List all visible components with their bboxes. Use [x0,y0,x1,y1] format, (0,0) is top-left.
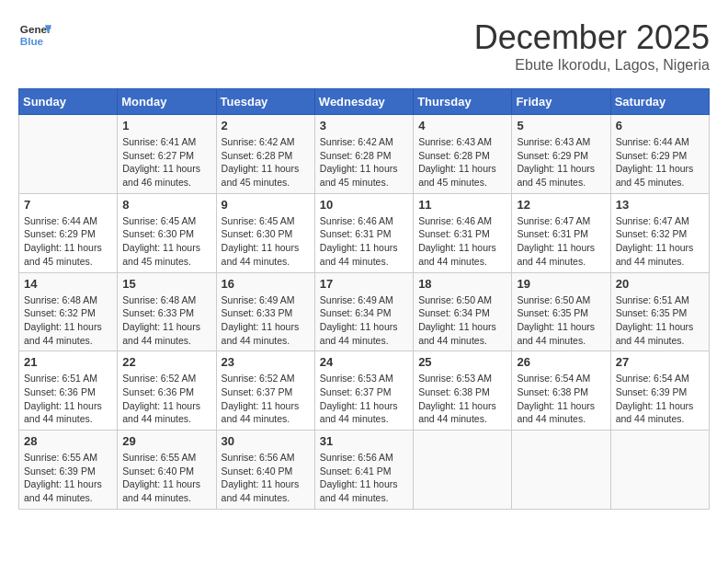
day-number: 11 [418,198,506,212]
day-cell: 9Sunrise: 6:45 AMSunset: 6:30 PMDaylight… [216,193,314,272]
logo: General Blue [18,18,51,52]
col-tuesday: Tuesday [216,89,314,115]
col-thursday: Thursday [414,89,512,115]
day-cell: 11Sunrise: 6:46 AMSunset: 6:31 PMDayligh… [414,193,512,272]
day-cell: 10Sunrise: 6:46 AMSunset: 6:31 PMDayligh… [314,193,413,272]
day-number: 6 [616,119,704,132]
col-monday: Monday [118,89,216,115]
day-number: 22 [122,355,210,369]
day-info: Sunrise: 6:43 AMSunset: 6:29 PMDaylight:… [517,135,605,190]
day-number: 25 [418,355,506,369]
calendar-title: December 2025 [474,18,710,57]
day-info: Sunrise: 6:42 AMSunset: 6:28 PMDaylight:… [222,135,310,190]
logo-icon: General Blue [18,18,51,52]
day-number: 31 [320,434,408,448]
calendar-body: 1Sunrise: 6:41 AMSunset: 6:27 PMDaylight… [19,115,710,510]
day-cell: 19Sunrise: 6:50 AMSunset: 6:35 PMDayligh… [512,272,610,351]
page-header: General Blue December 2025 Ebute Ikorodu… [18,18,710,74]
day-cell: 21Sunrise: 6:51 AMSunset: 6:36 PMDayligh… [19,351,118,431]
day-info: Sunrise: 6:43 AMSunset: 6:28 PMDaylight:… [418,135,506,190]
day-cell: 8Sunrise: 6:45 AMSunset: 6:30 PMDaylight… [118,193,216,272]
day-info: Sunrise: 6:54 AMSunset: 6:38 PMDaylight:… [517,372,605,426]
day-number: 14 [24,277,112,291]
day-info: Sunrise: 6:45 AMSunset: 6:30 PMDaylight:… [122,214,210,269]
day-info: Sunrise: 6:41 AMSunset: 6:27 PMDaylight:… [122,135,210,190]
day-cell: 2Sunrise: 6:42 AMSunset: 6:28 PMDaylight… [216,115,314,194]
calendar-header: Sunday Monday Tuesday Wednesday Thursday… [19,89,710,115]
day-cell: 25Sunrise: 6:53 AMSunset: 6:38 PMDayligh… [414,351,512,431]
day-number: 23 [222,355,310,369]
col-friday: Friday [512,89,610,115]
week-row-4: 28Sunrise: 6:55 AMSunset: 6:39 PMDayligh… [19,431,710,510]
day-info: Sunrise: 6:51 AMSunset: 6:35 PMDaylight:… [616,293,704,348]
col-saturday: Saturday [610,89,709,115]
day-cell: 24Sunrise: 6:53 AMSunset: 6:37 PMDayligh… [314,351,413,431]
day-info: Sunrise: 6:50 AMSunset: 6:35 PMDaylight:… [517,293,605,348]
day-number: 26 [517,355,605,369]
day-info: Sunrise: 6:48 AMSunset: 6:33 PMDaylight:… [122,293,210,348]
week-row-3: 21Sunrise: 6:51 AMSunset: 6:36 PMDayligh… [19,351,710,431]
calendar-subtitle: Ebute Ikorodu, Lagos, Nigeria [474,57,710,74]
day-cell: 23Sunrise: 6:52 AMSunset: 6:37 PMDayligh… [216,351,314,431]
header-row: Sunday Monday Tuesday Wednesday Thursday… [19,89,710,115]
day-cell: 18Sunrise: 6:50 AMSunset: 6:34 PMDayligh… [414,272,512,351]
day-number: 10 [320,198,408,212]
week-row-0: 1Sunrise: 6:41 AMSunset: 6:27 PMDaylight… [19,115,710,194]
day-cell [610,431,709,510]
day-number: 21 [24,355,112,369]
day-cell: 3Sunrise: 6:42 AMSunset: 6:28 PMDaylight… [314,115,413,194]
day-number: 19 [517,277,605,291]
day-number: 16 [222,277,310,291]
day-info: Sunrise: 6:52 AMSunset: 6:37 PMDaylight:… [222,372,310,426]
col-wednesday: Wednesday [314,89,413,115]
day-number: 27 [616,355,704,369]
day-cell: 4Sunrise: 6:43 AMSunset: 6:28 PMDaylight… [414,115,512,194]
day-info: Sunrise: 6:54 AMSunset: 6:39 PMDaylight:… [616,372,704,426]
day-number: 24 [320,355,408,369]
day-cell [512,431,610,510]
day-info: Sunrise: 6:46 AMSunset: 6:31 PMDaylight:… [418,214,506,269]
svg-text:Blue: Blue [20,35,44,47]
day-info: Sunrise: 6:46 AMSunset: 6:31 PMDaylight:… [320,214,408,269]
day-number: 5 [517,119,605,132]
day-info: Sunrise: 6:55 AMSunset: 6:40 PMDaylight:… [122,451,210,505]
day-cell: 31Sunrise: 6:56 AMSunset: 6:41 PMDayligh… [314,431,413,510]
day-info: Sunrise: 6:55 AMSunset: 6:39 PMDaylight:… [24,451,112,505]
day-info: Sunrise: 6:47 AMSunset: 6:32 PMDaylight:… [616,214,704,269]
day-info: Sunrise: 6:51 AMSunset: 6:36 PMDaylight:… [24,372,112,426]
day-number: 3 [320,119,408,132]
day-info: Sunrise: 6:45 AMSunset: 6:30 PMDaylight:… [222,214,310,269]
day-info: Sunrise: 6:53 AMSunset: 6:37 PMDaylight:… [320,372,408,426]
day-info: Sunrise: 6:52 AMSunset: 6:36 PMDaylight:… [122,372,210,426]
day-cell: 26Sunrise: 6:54 AMSunset: 6:38 PMDayligh… [512,351,610,431]
day-cell: 22Sunrise: 6:52 AMSunset: 6:36 PMDayligh… [118,351,216,431]
day-number: 4 [418,119,506,132]
day-cell: 17Sunrise: 6:49 AMSunset: 6:34 PMDayligh… [314,272,413,351]
day-cell: 28Sunrise: 6:55 AMSunset: 6:39 PMDayligh… [19,431,118,510]
day-cell: 6Sunrise: 6:44 AMSunset: 6:29 PMDaylight… [610,115,709,194]
day-number: 18 [418,277,506,291]
title-section: December 2025 Ebute Ikorodu, Lagos, Nige… [474,18,710,74]
day-info: Sunrise: 6:42 AMSunset: 6:28 PMDaylight:… [320,135,408,190]
day-info: Sunrise: 6:49 AMSunset: 6:34 PMDaylight:… [320,293,408,348]
day-cell: 12Sunrise: 6:47 AMSunset: 6:31 PMDayligh… [512,193,610,272]
day-info: Sunrise: 6:50 AMSunset: 6:34 PMDaylight:… [418,293,506,348]
week-row-1: 7Sunrise: 6:44 AMSunset: 6:29 PMDaylight… [19,193,710,272]
day-cell: 5Sunrise: 6:43 AMSunset: 6:29 PMDaylight… [512,115,610,194]
day-number: 28 [24,434,112,448]
day-info: Sunrise: 6:56 AMSunset: 6:40 PMDaylight:… [222,451,310,505]
day-number: 8 [122,198,210,212]
day-cell: 13Sunrise: 6:47 AMSunset: 6:32 PMDayligh… [610,193,709,272]
day-number: 13 [616,198,704,212]
day-cell: 14Sunrise: 6:48 AMSunset: 6:32 PMDayligh… [19,272,118,351]
day-cell: 29Sunrise: 6:55 AMSunset: 6:40 PMDayligh… [118,431,216,510]
day-cell: 16Sunrise: 6:49 AMSunset: 6:33 PMDayligh… [216,272,314,351]
day-number: 1 [122,119,210,132]
day-cell: 30Sunrise: 6:56 AMSunset: 6:40 PMDayligh… [216,431,314,510]
col-sunday: Sunday [19,89,118,115]
day-cell: 1Sunrise: 6:41 AMSunset: 6:27 PMDaylight… [118,115,216,194]
day-cell: 15Sunrise: 6:48 AMSunset: 6:33 PMDayligh… [118,272,216,351]
day-cell: 27Sunrise: 6:54 AMSunset: 6:39 PMDayligh… [610,351,709,431]
day-info: Sunrise: 6:48 AMSunset: 6:32 PMDaylight:… [24,293,112,348]
day-number: 15 [122,277,210,291]
